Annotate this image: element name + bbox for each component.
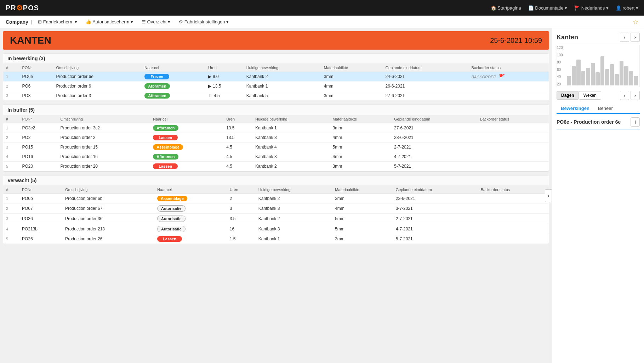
chart-area: 120 100 80 60 40 20 [557, 45, 640, 87]
nav-startpagina[interactable]: 🏠 🏠 StartpaginaStartpagina [491, 5, 521, 11]
col-backorder: Backorder status [469, 64, 549, 72]
cell-num: 4 [3, 152, 19, 162]
cell-omschrijving: Production order 213 [62, 224, 154, 234]
cell-huidige: Kantbank 1 [252, 123, 330, 133]
table-row[interactable]: 3 PO15 Production order 15 Assemblage 4.… [3, 143, 549, 152]
cell-datum: 27-6-2021 [391, 123, 477, 133]
cell-backorder [477, 162, 549, 171]
table-row[interactable]: 2 PO67 Production order 67 Autorisatie 3… [3, 203, 549, 214]
cell-naar-cel: Afbramen [142, 82, 205, 91]
nav-documentatie[interactable]: 📄 Documentatie ▾ [528, 5, 567, 11]
cell-num: 4 [3, 224, 19, 234]
y-label-80: 80 [557, 60, 567, 64]
col-ponr-v: PONr [19, 186, 62, 194]
chart-bar [572, 66, 576, 85]
cell-naar-cel: Lassen [150, 162, 223, 171]
cell-naar-cel: Autorisatie [154, 203, 227, 214]
table-row[interactable]: 5 PO26 Production order 26 Lassen 1.5 Ka… [3, 234, 549, 244]
period-prev-arrow[interactable]: ‹ [620, 91, 629, 100]
cell-num: 2 [3, 82, 19, 91]
chart-bar [620, 61, 624, 85]
main-layout: KANTEN 25-6-2021 10:59 In bewerking (3) … [0, 28, 644, 363]
table-row[interactable]: 1 PO3c2 Production order 3c2 Afbramen 13… [3, 123, 549, 133]
company-label: Company [6, 19, 28, 25]
nav-separator: | [31, 19, 32, 24]
cell-uren: 1.5 [227, 234, 256, 244]
col-omschrijving-b: Omschrijving [58, 115, 150, 123]
table-row[interactable]: 1 PO6b Production order 6b Assemblage 2 … [3, 194, 549, 203]
cell-huidige: Kantbank 4 [252, 143, 330, 152]
table-row[interactable]: 1 PO6e Production order 6e Frezen ▶9.0 K… [3, 72, 549, 82]
panel-prev-arrow[interactable]: ‹ [620, 33, 629, 42]
cell-huidige: Kantbank 3 [252, 152, 330, 162]
cell-uren: 4.5 [223, 162, 252, 171]
po-info-text: PO6e - Production order 6e [557, 119, 621, 125]
period-next-arrow[interactable]: › [631, 91, 640, 100]
col-num: # [3, 64, 19, 72]
cell-uren: ⏸4.5 [205, 91, 244, 101]
sub-nav: Company | ⊞ Fabriekscherm ▾ 👍 Autorisati… [0, 16, 644, 28]
top-nav-right: 🏠 🏠 StartpaginaStartpagina 📄 Documentati… [491, 5, 638, 11]
cell-ponr: PO3c2 [19, 123, 57, 133]
btn-weken[interactable]: Weken [579, 91, 601, 100]
chart-bar [615, 74, 619, 85]
table-row[interactable]: 4 PO16 Production order 16 Afbramen 4.5 … [3, 152, 549, 162]
section-in-buffer-header: In buffer (5) [3, 105, 549, 115]
chart-bar [600, 56, 605, 86]
cell-uren: 2 [227, 194, 256, 203]
nav-autorisatiescherm[interactable]: 👍 Autorisatiescherm ▾ [83, 18, 136, 26]
nav-user[interactable]: 👤 robert ▾ [616, 5, 638, 11]
cell-naar-cel: Afbramen [150, 152, 223, 162]
cell-ponr: PO16 [19, 152, 57, 162]
nav-taal[interactable]: 🚩 Nederlands ▾ [574, 5, 609, 11]
tab-bewerkingen[interactable]: Bewerkingen [557, 104, 594, 114]
cell-uren: 4.5 [223, 143, 252, 152]
cell-uren: 4.5 [223, 152, 252, 162]
cell-omschrijving: Production order 67 [62, 203, 154, 214]
cell-naar-cel: Afbramen [142, 91, 205, 101]
cell-datum: 4-7-2021 [391, 152, 477, 162]
cell-datum: 28-6-2021 [391, 133, 477, 143]
cell-naar-cel: Lassen [154, 234, 227, 244]
cell-uren: 16 [227, 224, 256, 234]
cell-omschrijving: Production order 3 [53, 91, 142, 101]
cell-huidige: Kantbank 1 [244, 82, 321, 91]
cell-backorder: BACKORDER 🚩 [469, 72, 549, 82]
cell-omschrijving: Production order 2 [58, 133, 150, 143]
table-row[interactable]: 5 PO20 Production order 20 Lassen 4.5 Ka… [3, 162, 549, 171]
play-icon: ▶ [208, 84, 211, 89]
cell-naar-cel: Frezen [142, 72, 205, 82]
tab-beheer[interactable]: Beheer [594, 104, 617, 113]
col-ponr: PONr [19, 64, 53, 72]
cell-datum: 2-7-2021 [393, 214, 478, 224]
table-in-buffer: # PONr Omschrijving Naar cel Uren Huidig… [3, 115, 549, 171]
btn-dagen[interactable]: Dagen [557, 91, 579, 100]
panel-next-arrow[interactable]: › [631, 33, 640, 42]
cell-datum: 24-6-2021 [383, 72, 469, 82]
table-row[interactable]: 3 PO36 Production order 36 Autorisatie 3… [3, 214, 549, 224]
table-row[interactable]: 2 PO2 Production order 2 Lassen 13.5 Kan… [3, 133, 549, 143]
nav-fabrieksinstellingen[interactable]: ⚙ Fabrieksinstellingen ▾ [176, 18, 232, 26]
cell-datum: 4-7-2021 [393, 224, 478, 234]
col-omschrijving: Omschrijving [53, 64, 142, 72]
y-label-20: 20 [557, 82, 567, 86]
table-row[interactable]: 4 PO213b Production order 213 Autorisati… [3, 224, 549, 234]
col-materiaal: Materiaaldikte [321, 64, 383, 72]
expand-arrow[interactable]: › [545, 189, 552, 202]
po-info-button[interactable]: i [631, 117, 640, 127]
nav-fabriekscherm[interactable]: ⊞ Fabriekscherm ▾ [35, 18, 80, 26]
nav-overzicht[interactable]: ☰ Overzicht ▾ [139, 18, 173, 26]
table-row[interactable]: 2 PO6 Production order 6 Afbramen ▶13.5 … [3, 82, 549, 91]
star-icon[interactable]: ☆ [633, 18, 638, 26]
cell-num: 5 [3, 162, 19, 171]
chart-bar [634, 76, 638, 86]
cell-ponr: PO36 [19, 214, 62, 224]
cell-omschrijving: Production order 6e [53, 72, 142, 82]
section-in-bewerking: In bewerking (3) # PONr Omschrijving Naa… [3, 53, 549, 101]
right-panel-tabs: Bewerkingen Beheer [557, 104, 640, 114]
pause-icon: ⏸ [208, 93, 212, 98]
cell-materiaal: 4mm [321, 82, 383, 91]
cell-omschrijving: Production order 26 [62, 234, 154, 244]
table-row[interactable]: 3 PO3 Production order 3 Afbramen ⏸4.5 K… [3, 91, 549, 101]
col-ponr-b: PONr [19, 115, 57, 123]
